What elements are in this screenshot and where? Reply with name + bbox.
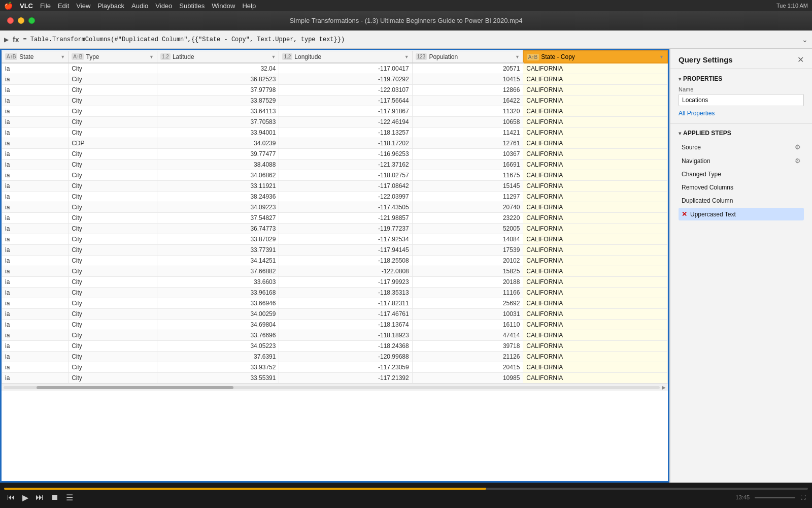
table-row[interactable]: ia City 34.09223 -117.43505 20740 CALIFO… [2,202,668,213]
filter-icon-lat[interactable]: ▼ [272,54,276,59]
scroll-thumb[interactable] [37,386,233,389]
step-item-removed-columns[interactable]: Removed Columns [679,181,804,194]
filter-icon-pop[interactable]: ▼ [515,54,520,59]
step-gear-icon[interactable]: ⚙ [795,143,801,151]
applied-steps-header[interactable]: ▾ APPLIED STEPS [679,130,804,137]
window-title: Simple Transformations - (1.3) Ultimate … [290,17,523,24]
table-row[interactable]: ia City 37.70583 -122.46194 10658 CALIFO… [2,117,668,128]
formula-expand-icon[interactable]: ⌄ [802,36,808,44]
vlc-next-button[interactable]: ⏭ [35,492,45,503]
cell-state: ia [2,320,69,330]
name-input[interactable] [679,94,804,106]
cell-state: ia [2,106,69,117]
step-gear-icon[interactable]: ⚙ [795,157,801,165]
cell-lat: 32.04 [157,63,279,74]
vlc-prev-button[interactable]: ⏮ [6,492,16,503]
menu-playback[interactable]: Playback [97,2,124,10]
table-row[interactable]: ia City 33.11921 -117.08642 15145 CALIFO… [2,181,668,192]
table-row[interactable]: ia City 36.74773 -119.77237 52005 CALIFO… [2,224,668,234]
formula-collapse-icon[interactable]: ▶ [4,36,9,43]
col-header-longitude[interactable]: 1.2 Longitude ▼ [279,51,412,63]
table-row[interactable]: ia City 32.04 -117.00417 20571 CALIFORNI… [2,63,668,74]
table-row[interactable]: ia City 33.6603 -117.99923 20188 CALIFOR… [2,277,668,288]
table-row[interactable]: ia City 33.77391 -117.94145 17539 CALIFO… [2,245,668,256]
table-wrapper[interactable]: A↑B State ▼ A↑B Type ▼ [0,49,669,483]
table-row[interactable]: ia City 37.66882 -122.0808 15825 CALIFOR… [2,266,668,277]
col-header-population[interactable]: 123 Population ▼ [412,51,523,63]
table-row[interactable]: ia City 34.06862 -118.02757 11675 CALIFO… [2,170,668,181]
col-header-type[interactable]: A↑B Type ▼ [69,51,157,63]
close-button[interactable] [7,17,14,24]
cell-type: City [69,330,157,341]
vlc-progress-bar[interactable] [4,488,808,490]
filter-icon-state[interactable]: ▼ [60,54,65,59]
table-row[interactable]: ia City 34.14251 -118.25508 20102 CALIFO… [2,256,668,266]
cell-lon: -117.92534 [279,234,412,245]
table-row[interactable]: ia City 34.00259 -117.46761 10031 CALIFO… [2,309,668,320]
scroll-track[interactable] [4,386,660,389]
table-row[interactable]: ia City 38.24936 -122.03997 11297 CALIFO… [2,192,668,202]
col-header-state[interactable]: A↑B State ▼ [2,51,69,63]
cell-statecopy: CALIFORNIA [523,106,667,117]
filter-icon-statecopy[interactable]: ▼ [659,54,664,59]
maximize-button[interactable] [28,17,35,24]
table-row[interactable]: ia City 34.69804 -118.13674 16110 CALIFO… [2,320,668,330]
table-row[interactable]: ia City 33.87529 -117.56644 16422 CALIFO… [2,96,668,106]
horizontal-scrollbar[interactable]: ▶ [2,384,668,391]
menu-file[interactable]: File [40,2,51,10]
cell-lat: 37.6391 [157,352,279,362]
table-row[interactable]: ia City 39.77477 -116.96253 10367 CALIFO… [2,149,668,160]
vlc-volume-slider[interactable] [755,497,795,498]
table-row[interactable]: ia City 38.4088 -121.37162 16691 CALIFOR… [2,160,668,170]
step-item-uppercased-text[interactable]: ✕Uppercased Text [679,208,804,220]
close-panel-button[interactable]: ✕ [797,55,804,65]
menu-video[interactable]: Video [155,2,172,10]
table-row[interactable]: ia City 33.76696 -118.18923 47414 CALIFO… [2,330,668,341]
menu-help[interactable]: Help [242,2,256,10]
vlc-play-button[interactable]: ▶ [21,492,29,503]
cell-lon: -121.37162 [279,160,412,170]
menu-view[interactable]: View [76,2,90,10]
table-row[interactable]: ia City 33.64113 -117.91867 11320 CALIFO… [2,106,668,117]
vlc-menu-button[interactable]: ☰ [65,492,74,503]
minimize-button[interactable] [18,17,24,24]
step-item-navigation[interactable]: Navigation⚙ [679,154,804,167]
table-row[interactable]: ia City 34.05223 -118.24368 39718 CALIFO… [2,341,668,352]
step-item-source[interactable]: Source⚙ [679,141,804,153]
properties-section-header[interactable]: ▾ PROPERTIES [679,75,804,82]
table-row[interactable]: ia City 37.97798 -122.03107 12866 CALIFO… [2,85,668,96]
query-settings-panel: Query Settings ✕ ▾ PROPERTIES Name All P… [670,49,812,483]
properties-section: ▾ PROPERTIES Name All Properties [670,69,812,123]
filter-icon-type[interactable]: ▼ [149,54,154,59]
cell-lon: -120.99688 [279,352,412,362]
table-row[interactable]: ia City 33.94001 -118.13257 11421 CALIFO… [2,128,668,138]
menu-subtitles[interactable]: Subtitles [179,2,205,10]
table-row[interactable]: ia City 36.82523 -119.70292 10415 CALIFO… [2,74,668,85]
cell-state: ia [2,373,69,384]
table-row[interactable]: ia City 33.55391 -117.21392 10985 CALIFO… [2,373,668,384]
table-row[interactable]: ia City 33.87029 -117.92534 14084 CALIFO… [2,234,668,245]
formula-input[interactable] [23,36,798,43]
table-row[interactable]: ia City 33.93752 -117.23059 20415 CALIFO… [2,362,668,373]
col-header-latitude[interactable]: 1.2 Latitude ▼ [157,51,279,63]
col-header-statecopy[interactable]: A↑B State - Copy ▼ [523,51,667,63]
cell-statecopy: CALIFORNIA [523,266,667,277]
cell-type: City [69,245,157,256]
step-item-duplicated-column[interactable]: Duplicated Column [679,195,804,207]
apple-menu[interactable]: 🍎 [4,2,13,10]
vlc-fullscreen-icon[interactable]: ⛶ [800,494,806,500]
cell-type: City [69,149,157,160]
menu-edit[interactable]: Edit [58,2,69,10]
filter-icon-lon[interactable]: ▼ [404,54,409,59]
vlc-stop-button[interactable]: ⏹ [50,492,60,503]
cell-type: City [69,341,157,352]
table-row[interactable]: ia CDP 34.0239 -118.17202 12761 CALIFORN… [2,138,668,149]
table-row[interactable]: ia City 33.96168 -118.35313 11166 CALIFO… [2,288,668,298]
menu-window[interactable]: Window [212,2,235,10]
step-item-changed-type[interactable]: Changed Type [679,168,804,180]
table-row[interactable]: ia City 37.6391 -120.99688 21126 CALIFOR… [2,352,668,362]
table-row[interactable]: ia City 33.66946 -117.82311 25692 CALIFO… [2,298,668,309]
table-row[interactable]: ia City 37.54827 -121.98857 23220 CALIFO… [2,213,668,224]
all-properties-link[interactable]: All Properties [679,110,715,117]
menu-audio[interactable]: Audio [131,2,148,10]
